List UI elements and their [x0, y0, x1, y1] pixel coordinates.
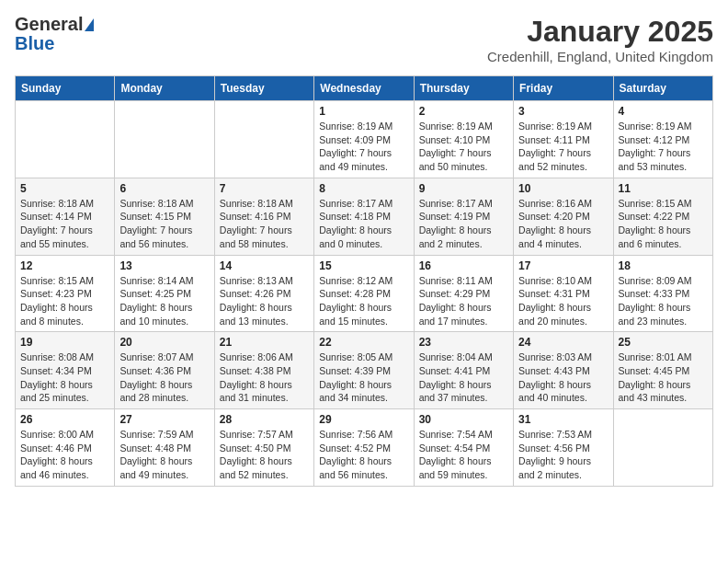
day-info: Sunrise: 8:18 AM Sunset: 4:16 PM Dayligh…: [220, 197, 309, 251]
day-info: Sunrise: 8:00 AM Sunset: 4:46 PM Dayligh…: [20, 428, 109, 482]
calendar-day-cell: 28Sunrise: 7:57 AM Sunset: 4:50 PM Dayli…: [214, 409, 313, 487]
calendar-table: SundayMondayTuesdayWednesdayThursdayFrid…: [15, 75, 713, 487]
day-number: 16: [419, 259, 508, 272]
logo: General Blue: [15, 15, 94, 54]
page-header: General Blue January 2025 Credenhill, En…: [15, 15, 713, 64]
calendar-day-cell: 15Sunrise: 8:12 AM Sunset: 4:28 PM Dayli…: [314, 255, 414, 332]
calendar-day-header: Tuesday: [214, 76, 313, 101]
day-number: 22: [319, 336, 408, 349]
day-number: 12: [20, 259, 109, 272]
day-info: Sunrise: 8:06 AM Sunset: 4:38 PM Dayligh…: [220, 350, 309, 405]
calendar-day-cell: 24Sunrise: 8:03 AM Sunset: 4:43 PM Dayli…: [514, 332, 613, 409]
calendar-day-cell: 21Sunrise: 8:06 AM Sunset: 4:38 PM Dayli…: [214, 332, 313, 409]
calendar-day-cell: 6Sunrise: 8:18 AM Sunset: 4:15 PM Daylig…: [115, 178, 214, 255]
day-info: Sunrise: 7:53 AM Sunset: 4:56 PM Dayligh…: [518, 428, 608, 482]
day-info: Sunrise: 8:13 AM Sunset: 4:26 PM Dayligh…: [220, 274, 309, 328]
day-number: 25: [619, 336, 708, 349]
calendar-day-cell: 14Sunrise: 8:13 AM Sunset: 4:26 PM Dayli…: [214, 255, 313, 332]
calendar-day-cell: 7Sunrise: 8:18 AM Sunset: 4:16 PM Daylig…: [214, 178, 313, 255]
logo-general-text: General: [15, 15, 83, 33]
day-number: 18: [619, 259, 708, 272]
calendar-day-header: Sunday: [16, 76, 115, 101]
day-info: Sunrise: 8:11 AM Sunset: 4:29 PM Dayligh…: [419, 274, 508, 328]
day-number: 20: [119, 336, 209, 349]
calendar-day-cell: 5Sunrise: 8:18 AM Sunset: 4:14 PM Daylig…: [16, 178, 115, 255]
calendar-day-header: Thursday: [414, 76, 513, 101]
calendar-day-cell: 4Sunrise: 8:19 AM Sunset: 4:12 PM Daylig…: [613, 101, 712, 178]
day-number: 21: [220, 336, 309, 349]
day-number: 17: [518, 259, 608, 272]
day-number: 24: [518, 336, 608, 349]
calendar-day-cell: 17Sunrise: 8:10 AM Sunset: 4:31 PM Dayli…: [514, 255, 613, 332]
day-number: 15: [319, 259, 408, 272]
calendar-day-header: Friday: [514, 76, 613, 101]
day-info: Sunrise: 8:14 AM Sunset: 4:25 PM Dayligh…: [119, 274, 209, 328]
calendar-day-cell: 9Sunrise: 8:17 AM Sunset: 4:19 PM Daylig…: [414, 178, 513, 255]
page-title: January 2025: [487, 15, 713, 49]
calendar-day-cell: 31Sunrise: 7:53 AM Sunset: 4:56 PM Dayli…: [514, 409, 613, 487]
day-number: 23: [419, 336, 508, 349]
day-info: Sunrise: 8:05 AM Sunset: 4:39 PM Dayligh…: [319, 350, 408, 405]
calendar-header-row: SundayMondayTuesdayWednesdayThursdayFrid…: [16, 76, 713, 101]
day-info: Sunrise: 8:03 AM Sunset: 4:43 PM Dayligh…: [518, 350, 608, 405]
day-number: 8: [319, 182, 408, 195]
calendar-day-cell: 1Sunrise: 8:19 AM Sunset: 4:09 PM Daylig…: [314, 101, 414, 178]
calendar-week-row: 5Sunrise: 8:18 AM Sunset: 4:14 PM Daylig…: [16, 178, 713, 255]
calendar-day-cell: 29Sunrise: 7:56 AM Sunset: 4:52 PM Dayli…: [314, 409, 414, 487]
day-info: Sunrise: 8:18 AM Sunset: 4:15 PM Dayligh…: [119, 197, 209, 251]
calendar-day-cell: 23Sunrise: 8:04 AM Sunset: 4:41 PM Dayli…: [414, 332, 513, 409]
day-info: Sunrise: 8:08 AM Sunset: 4:34 PM Dayligh…: [20, 350, 109, 405]
day-info: Sunrise: 8:10 AM Sunset: 4:31 PM Dayligh…: [518, 274, 608, 328]
calendar-day-cell: 22Sunrise: 8:05 AM Sunset: 4:39 PM Dayli…: [314, 332, 414, 409]
calendar-day-cell: 3Sunrise: 8:19 AM Sunset: 4:11 PM Daylig…: [514, 101, 613, 178]
day-info: Sunrise: 8:19 AM Sunset: 4:11 PM Dayligh…: [518, 120, 608, 174]
day-info: Sunrise: 8:19 AM Sunset: 4:09 PM Dayligh…: [319, 120, 408, 174]
day-number: 3: [518, 105, 608, 118]
calendar-week-row: 26Sunrise: 8:00 AM Sunset: 4:46 PM Dayli…: [16, 409, 713, 487]
logo-blue-text: Blue: [15, 33, 54, 54]
calendar-week-row: 1Sunrise: 8:19 AM Sunset: 4:09 PM Daylig…: [16, 101, 713, 178]
day-number: 4: [619, 105, 708, 118]
calendar-day-cell: 27Sunrise: 7:59 AM Sunset: 4:48 PM Dayli…: [115, 409, 214, 487]
day-info: Sunrise: 7:57 AM Sunset: 4:50 PM Dayligh…: [220, 428, 309, 482]
day-number: 29: [319, 413, 408, 426]
calendar-day-header: Saturday: [613, 76, 712, 101]
day-number: 9: [419, 182, 508, 195]
day-number: 11: [619, 182, 708, 195]
day-info: Sunrise: 8:15 AM Sunset: 4:23 PM Dayligh…: [20, 274, 109, 328]
day-info: Sunrise: 7:59 AM Sunset: 4:48 PM Dayligh…: [119, 428, 209, 482]
calendar-day-cell: [214, 101, 313, 178]
calendar-day-cell: 12Sunrise: 8:15 AM Sunset: 4:23 PM Dayli…: [16, 255, 115, 332]
day-number: 27: [119, 413, 209, 426]
calendar-day-cell: 2Sunrise: 8:19 AM Sunset: 4:10 PM Daylig…: [414, 101, 513, 178]
calendar-day-cell: 25Sunrise: 8:01 AM Sunset: 4:45 PM Dayli…: [613, 332, 712, 409]
title-block: January 2025 Credenhill, England, United…: [487, 15, 713, 64]
day-info: Sunrise: 8:07 AM Sunset: 4:36 PM Dayligh…: [119, 350, 209, 405]
day-info: Sunrise: 8:19 AM Sunset: 4:10 PM Dayligh…: [419, 120, 508, 174]
day-number: 1: [319, 105, 408, 118]
calendar-day-cell: 11Sunrise: 8:15 AM Sunset: 4:22 PM Dayli…: [613, 178, 712, 255]
day-number: 26: [20, 413, 109, 426]
calendar-week-row: 12Sunrise: 8:15 AM Sunset: 4:23 PM Dayli…: [16, 255, 713, 332]
day-number: 13: [119, 259, 209, 272]
day-number: 19: [20, 336, 109, 349]
day-number: 5: [20, 182, 109, 195]
calendar-week-row: 19Sunrise: 8:08 AM Sunset: 4:34 PM Dayli…: [16, 332, 713, 409]
calendar-day-cell: 26Sunrise: 8:00 AM Sunset: 4:46 PM Dayli…: [16, 409, 115, 487]
day-info: Sunrise: 8:15 AM Sunset: 4:22 PM Dayligh…: [619, 197, 708, 251]
calendar-day-cell: 19Sunrise: 8:08 AM Sunset: 4:34 PM Dayli…: [16, 332, 115, 409]
day-info: Sunrise: 7:56 AM Sunset: 4:52 PM Dayligh…: [319, 428, 408, 482]
day-number: 6: [119, 182, 209, 195]
calendar-day-cell: [613, 409, 712, 487]
calendar-day-cell: [16, 101, 115, 178]
calendar-day-cell: 20Sunrise: 8:07 AM Sunset: 4:36 PM Dayli…: [115, 332, 214, 409]
calendar-day-cell: 8Sunrise: 8:17 AM Sunset: 4:18 PM Daylig…: [314, 178, 414, 255]
day-number: 10: [518, 182, 608, 195]
day-info: Sunrise: 7:54 AM Sunset: 4:54 PM Dayligh…: [419, 428, 508, 482]
calendar-day-header: Wednesday: [314, 76, 414, 101]
day-info: Sunrise: 8:09 AM Sunset: 4:33 PM Dayligh…: [619, 274, 708, 328]
day-info: Sunrise: 8:19 AM Sunset: 4:12 PM Dayligh…: [619, 120, 708, 174]
day-info: Sunrise: 8:04 AM Sunset: 4:41 PM Dayligh…: [419, 350, 508, 405]
day-number: 14: [220, 259, 309, 272]
day-number: 28: [220, 413, 309, 426]
